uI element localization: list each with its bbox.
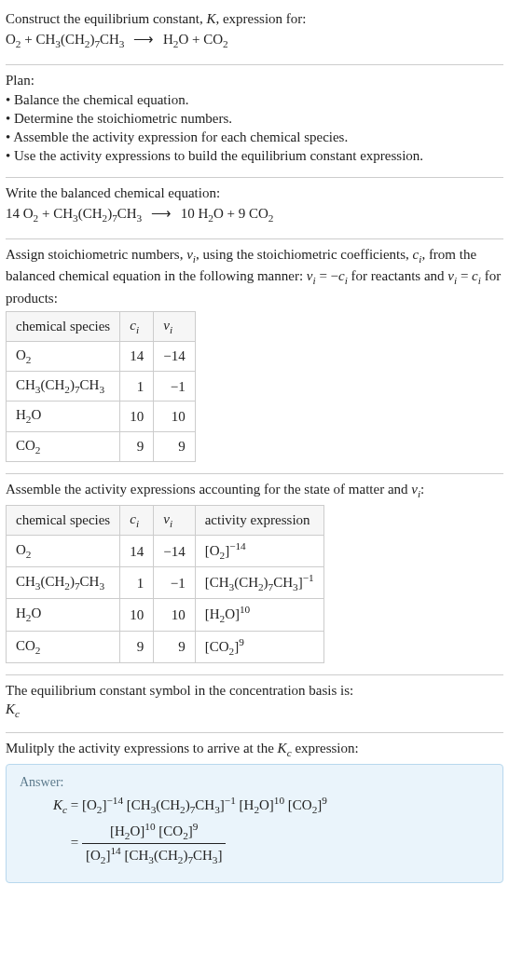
cell-species: CO2 [7,431,120,461]
plan-section: Plan: • Balance the chemical equation. •… [6,65,503,177]
plan-item: • Use the activity expressions to build … [6,146,503,165]
answer-label: Answer: [20,774,489,792]
cell-species: O2 [7,536,120,567]
cell-species: CO2 [7,631,120,662]
col-nui: νi [154,311,195,341]
balanced-intro: Write the balanced chemical equation: [6,184,503,202]
plan-item: • Determine the stoichiometric numbers. [6,109,503,128]
table-row: H2O 10 10 [7,402,196,431]
cell-nui: 9 [154,431,195,461]
col-ci: ci [120,311,154,341]
col-activity: activity expression [195,505,323,535]
balanced-equation: 14 O2 + CH3(CH2)7CH3 ⟶ 10 H2O + 9 CO2 [6,204,503,225]
table-header-row: chemical species ci νi [7,311,196,341]
species-co2: CO2 [249,206,273,221]
activity-section: Assemble the activity expressions accoun… [6,474,503,675]
cell-ci: 10 [120,599,154,631]
cell-ci: 1 [120,372,154,402]
cell-nui: −14 [154,536,195,567]
cell-ci: 9 [120,631,154,662]
cell-nui: −1 [154,372,195,402]
cell-species: CH3(CH2)7CH3 [7,372,120,402]
table-row: O2 14 −14 [O2]−14 [7,536,324,567]
kc-symbol: Kc [6,700,503,721]
balanced-section: Write the balanced chemical equation: 14… [6,178,503,239]
cell-ci: 14 [120,536,154,567]
cell-nui: 10 [154,402,195,431]
col-nui: νi [154,505,195,535]
reaction-arrow-icon: ⟶ [128,30,159,48]
fraction-numerator: [H2O]10 [CO2]9 [82,820,226,844]
table-header-row: chemical species ci νi activity expressi… [7,505,324,535]
k-symbol: K [206,11,215,26]
species-h2o: H2O [198,206,223,221]
multiply-line: Mulitply the activity expressions to arr… [6,739,503,760]
basis-section: The equilibrium constant symbol in the c… [6,675,503,733]
cell-ci: 10 [120,402,154,431]
cell-activity: [O2]−14 [195,536,323,567]
stoich-section: Assign stoichiometric numbers, νi, using… [6,239,503,474]
col-species: chemical species [7,311,120,341]
fraction: [H2O]10 [CO2]9 [O2]14 [CH3(CH2)7CH3] [82,820,226,867]
cell-species: CH3(CH2)7CH3 [7,567,120,599]
activity-table: chemical species ci νi activity expressi… [6,505,324,663]
table-row: CH3(CH2)7CH3 1 −1 [CH3(CH2)7CH3]−1 [7,567,324,599]
table-row: CO2 9 9 [7,431,196,461]
cell-nui: −1 [154,567,195,599]
col-ci: ci [120,505,154,535]
cell-ci: 1 [120,567,154,599]
plan-heading: Plan: [6,71,503,89]
plan-item: • Balance the chemical equation. [6,90,503,109]
cell-species: H2O [7,402,120,431]
species-co2: CO2 [203,32,227,47]
cell-activity: [H2O]10 [195,599,323,631]
stoich-text: Assign stoichiometric numbers, νi, using… [6,245,503,307]
fraction-denominator: [O2]14 [CH3(CH2)7CH3] [82,844,226,867]
cell-species: H2O [7,599,120,631]
col-species: chemical species [7,505,120,535]
answer-section: Mulitply the activity expressions to arr… [6,733,503,894]
answer-expression: Kc = [O2]−14 [CH3(CH2)7CH3]−1 [H2O]10 [C… [20,794,489,867]
cell-species: O2 [7,341,120,371]
table-row: O2 14 −14 [7,341,196,371]
stoich-table: chemical species ci νi O2 14 −14 CH3(CH2… [6,311,196,462]
cell-activity: [CH3(CH2)7CH3]−1 [195,567,323,599]
species-nonane: CH3(CH2)7CH3 [53,206,142,221]
cell-activity: [CO2]9 [195,631,323,662]
reaction-arrow-icon: ⟶ [145,204,177,223]
table-row: H2O 10 10 [H2O]10 [7,599,324,631]
basis-line: The equilibrium constant symbol in the c… [6,681,503,700]
plan-item: • Assemble the activity expression for e… [6,128,503,146]
cell-nui: 10 [154,599,195,631]
cell-nui: −14 [154,341,195,371]
prompt-line: Construct the equilibrium constant, K, e… [6,9,503,28]
cell-ci: 14 [120,341,154,371]
table-row: CH3(CH2)7CH3 1 −1 [7,372,196,402]
activity-intro: Assemble the activity expressions accoun… [6,480,503,501]
species-h2o: H2O [163,32,188,47]
prompt-text-b: , expression for: [215,11,306,26]
cell-nui: 9 [154,631,195,662]
species-nonane: CH3(CH2)7CH3 [35,32,124,47]
species-o2: O2 [6,32,21,47]
species-o2: O2 [23,206,38,221]
table-row: CO2 9 9 [CO2]9 [7,631,324,662]
answer-box: Answer: Kc = [O2]−14 [CH3(CH2)7CH3]−1 [H… [6,764,503,882]
unbalanced-equation: O2 + CH3(CH2)7CH3 ⟶ H2O + CO2 [6,30,503,51]
prompt-section: Construct the equilibrium constant, K, e… [6,4,503,65]
cell-ci: 9 [120,431,154,461]
prompt-text: Construct the equilibrium constant, [6,11,206,26]
